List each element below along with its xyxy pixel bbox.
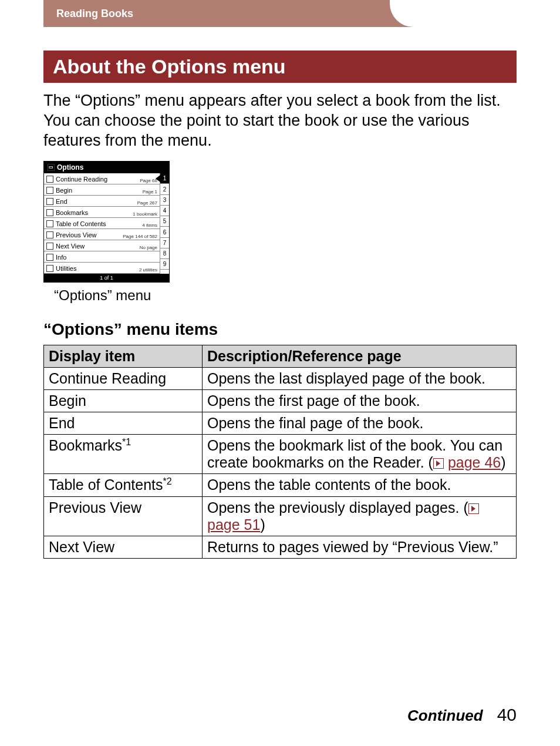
row-number: 4 xyxy=(160,206,169,216)
page-title: About the Options menu xyxy=(43,51,517,83)
table-row: Bookmarks*1Opens the bookmark list of th… xyxy=(44,435,517,474)
screenshot-row: EndPage 267 xyxy=(44,196,160,207)
row-number: 9 xyxy=(160,259,169,270)
row-icon xyxy=(46,231,53,238)
row-sublabel: No page xyxy=(140,245,157,250)
table-cell-item: Previous View xyxy=(44,496,203,536)
screenshot-title-bar: ▭ Options xyxy=(44,162,169,173)
row-number: 1 xyxy=(160,173,169,184)
row-label: Previous View xyxy=(56,231,97,238)
row-number: 3 xyxy=(160,195,169,206)
row-number: 7 xyxy=(160,238,169,248)
reference-icon xyxy=(468,503,479,514)
row-icon xyxy=(46,198,53,205)
table-cell-item: Begin xyxy=(44,390,203,412)
page-link[interactable]: page 51 xyxy=(207,516,260,533)
table-row: Next ViewReturns to pages viewed by “Pre… xyxy=(44,536,517,558)
table-row: Continue ReadingOpens the last displayed… xyxy=(44,368,517,390)
screenshot-row: BeginPage 1 xyxy=(44,184,160,196)
intro-text: The “Options” menu appears after you sel… xyxy=(43,91,517,150)
row-icon xyxy=(46,254,53,261)
screenshot-row: Next ViewNo page xyxy=(44,240,160,251)
table-cell-desc: Opens the final page of the book. xyxy=(203,412,517,435)
table-cell-item: Next View xyxy=(44,536,203,558)
table-cell-item: Continue Reading xyxy=(44,368,203,390)
screenshot-row: Bookmarks1 bookmark xyxy=(44,207,160,218)
row-label: Begin xyxy=(56,187,72,194)
screenshot-row: Continue ReadingPage 68 xyxy=(44,173,160,184)
row-label: Continue Reading xyxy=(56,176,107,183)
table-header-item: Display item xyxy=(44,345,203,368)
page-number: 40 xyxy=(497,705,517,725)
row-sublabel: Page 144 of 582 xyxy=(123,234,157,239)
section-tab: Reading Books xyxy=(43,0,560,27)
superscript: *2 xyxy=(163,476,172,486)
row-sublabel: 4 items xyxy=(142,223,157,228)
page-link[interactable]: page 46 xyxy=(448,454,501,471)
table-cell-item: Table of Contents*2 xyxy=(44,474,203,496)
screenshot-row: Previous ViewPage 144 of 582 xyxy=(44,229,160,240)
page-footer: Continued 40 xyxy=(407,705,517,725)
row-icon xyxy=(46,176,53,183)
table-row: EndOpens the final page of the book. xyxy=(44,412,517,435)
options-table: Display item Description/Reference page … xyxy=(43,345,517,558)
section-label: Reading Books xyxy=(56,8,133,20)
row-sublabel: 1 bookmark xyxy=(133,211,157,217)
table-cell-item: End xyxy=(44,412,203,435)
row-icon xyxy=(46,243,53,250)
row-label: Next View xyxy=(56,243,85,250)
row-icon xyxy=(46,220,53,227)
row-label: Info xyxy=(56,254,66,261)
options-menu-screenshot: ▭ Options Continue ReadingPage 68BeginPa… xyxy=(43,161,170,283)
row-icon xyxy=(46,265,53,272)
row-sublabel: Page 267 xyxy=(137,200,157,206)
row-sublabel: Page 1 xyxy=(143,189,157,194)
screenshot-footer: 1 of 1 xyxy=(44,274,169,282)
table-row: Previous ViewOpens the previously displa… xyxy=(44,496,517,536)
table-cell-desc: Opens the previously displayed pages. ( … xyxy=(203,496,517,536)
table-cell-item: Bookmarks*1 xyxy=(44,435,203,474)
table-cell-desc: Returns to pages viewed by “Previous Vie… xyxy=(203,536,517,558)
row-number: 5 xyxy=(160,216,169,227)
screenshot-caption: “Options” menu xyxy=(54,287,517,304)
table-cell-desc: Opens the last displayed page of the boo… xyxy=(203,368,517,390)
table-header-desc: Description/Reference page xyxy=(203,345,517,368)
screenshot-row: Utilities2 utilities xyxy=(44,263,160,274)
table-row: Table of Contents*2Opens the table conte… xyxy=(44,474,517,496)
row-number: 8 xyxy=(160,248,169,259)
screenshot-row: Info xyxy=(44,251,160,263)
continued-label: Continued xyxy=(407,707,483,725)
row-icon xyxy=(46,187,53,194)
row-label: Utilities xyxy=(56,265,76,272)
row-number: 2 xyxy=(160,184,169,194)
reference-icon xyxy=(433,458,444,469)
row-label: End xyxy=(56,198,68,205)
screenshot-title: Options xyxy=(57,163,83,172)
book-icon: ▭ xyxy=(48,164,55,171)
table-row: BeginOpens the first page of the book. xyxy=(44,390,517,412)
table-cell-desc: Opens the bookmark list of the book. You… xyxy=(203,435,517,474)
table-cell-desc: Opens the table contents of the book. xyxy=(203,474,517,496)
screenshot-row: Table of Contents4 items xyxy=(44,218,160,229)
row-icon xyxy=(46,209,53,216)
row-label: Bookmarks xyxy=(56,209,88,216)
row-label: Table of Contents xyxy=(56,220,106,227)
superscript: *1 xyxy=(122,437,131,447)
row-sublabel: Page 68 xyxy=(140,178,157,183)
row-number: 6 xyxy=(160,227,169,237)
row-sublabel: 2 utilities xyxy=(139,267,157,273)
subheading: “Options” menu items xyxy=(43,320,517,339)
table-cell-desc: Opens the first page of the book. xyxy=(203,390,517,412)
